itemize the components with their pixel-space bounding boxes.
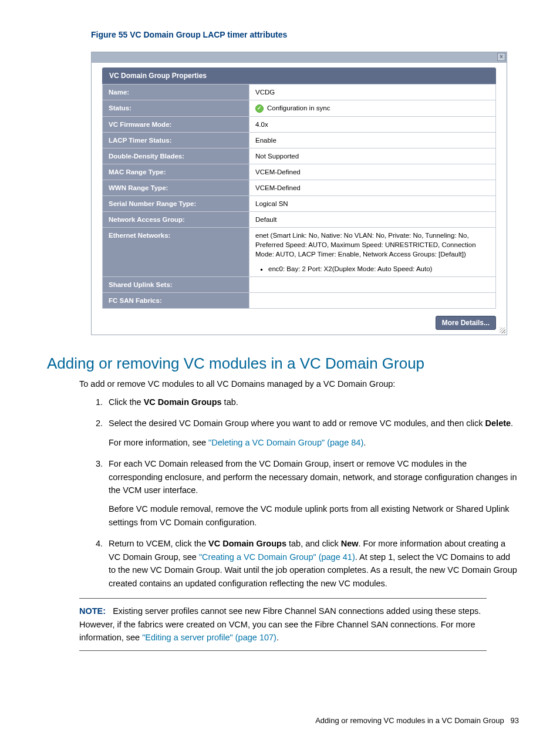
prop-key: Serial Number Range Type: xyxy=(103,196,249,212)
properties-table: Name:VCDGStatus:✓Configuration in syncVC… xyxy=(102,84,496,308)
prop-value xyxy=(249,292,496,308)
page-footer: Adding or removing VC modules in a VC Do… xyxy=(47,715,519,726)
prop-value: Enable xyxy=(249,132,496,148)
prop-key: WWN Range Type: xyxy=(103,180,249,195)
table-row: Status:✓Configuration in sync xyxy=(103,100,496,116)
prop-value: 4.0x xyxy=(249,116,496,132)
prop-value: enet (Smart Link: No, Native: No VLAN: N… xyxy=(249,228,496,276)
prop-key: MAC Range Type: xyxy=(103,164,249,180)
step-text: Return to VCEM, click the xyxy=(109,539,208,548)
link-create-vcdg[interactable]: "Creating a VC Domain Group" (page 41) xyxy=(199,552,355,562)
panel-title: VC Domain Group Properties xyxy=(102,67,496,85)
step-1: Click the VC Domain Groups tab. xyxy=(105,396,519,409)
table-row: FC SAN Fabrics: xyxy=(103,292,496,308)
step-bold: VC Domain Groups xyxy=(208,539,286,548)
check-icon: ✓ xyxy=(255,104,264,113)
figure-caption: Figure 55 VC Domain Group LACP timer att… xyxy=(91,29,519,41)
prop-key: Double-Density Blades: xyxy=(103,148,249,164)
resize-grip-icon[interactable] xyxy=(500,328,505,333)
prop-value: Default xyxy=(249,212,496,228)
step-text: Select the desired VC Domain Group where… xyxy=(109,418,485,428)
step-text: For more information, see xyxy=(109,438,208,447)
table-row: Ethernet Networks:enet (Smart Link: No, … xyxy=(103,228,496,276)
intro-text: To add or remove VC modules to all VC Do… xyxy=(79,377,519,390)
step-text: Before VC module removal, remove the VC … xyxy=(109,502,519,529)
prop-key: Name: xyxy=(103,85,249,100)
table-row: Shared Uplink Sets: xyxy=(103,276,496,292)
step-2: Select the desired VC Domain Group where… xyxy=(105,417,519,449)
prop-value: VCEM-Defined xyxy=(249,180,496,195)
step-text: For each VC Domain released from the VC … xyxy=(109,459,517,495)
step-bold: Delete xyxy=(485,418,511,428)
prop-key: Shared Uplink Sets: xyxy=(103,276,249,292)
prop-key: VC Firmware Mode: xyxy=(103,116,249,132)
table-row: Double-Density Blades:Not Supported xyxy=(103,148,496,164)
prop-key: Ethernet Networks: xyxy=(103,228,249,276)
prop-key: Network Access Group: xyxy=(103,212,249,228)
prop-key: Status: xyxy=(103,100,249,116)
table-row: Name:VCDG xyxy=(103,85,496,100)
note-block: NOTE: Existing server profiles cannot se… xyxy=(79,598,487,650)
prop-value: ✓Configuration in sync xyxy=(249,100,496,116)
step-text: . xyxy=(511,418,513,428)
prop-value: Not Supported xyxy=(249,148,496,164)
step-3: For each VC Domain released from the VC … xyxy=(105,457,519,529)
step-text: tab. xyxy=(222,397,238,407)
footer-text: Adding or removing VC modules in a VC Do… xyxy=(315,716,504,725)
step-text: . xyxy=(363,438,366,447)
prop-value xyxy=(249,276,496,292)
page-number: 93 xyxy=(511,716,519,725)
screenshot-panel: × VC Domain Group Properties Name:VCDGSt… xyxy=(91,52,507,335)
more-details-button[interactable]: More Details... xyxy=(436,316,496,330)
step-bold: VC Domain Groups xyxy=(144,397,222,407)
table-row: VC Firmware Mode:4.0x xyxy=(103,116,496,132)
prop-value: VCDG xyxy=(249,85,496,100)
step-4: Return to VCEM, click the VC Domain Grou… xyxy=(105,537,519,590)
step-text: tab, and click xyxy=(286,539,341,548)
step-text: Click the xyxy=(109,397,144,407)
close-icon[interactable]: × xyxy=(497,53,505,61)
note-label: NOTE: xyxy=(79,606,106,616)
link-delete-vcdg[interactable]: "Deleting a VC Domain Group" (page 84) xyxy=(208,438,363,447)
table-row: WWN Range Type:VCEM-Defined xyxy=(103,180,496,195)
window-titlebar: × xyxy=(92,52,507,63)
prop-key: LACP Timer Status: xyxy=(103,132,249,148)
note-text: Existing server profiles cannot see new … xyxy=(79,606,481,642)
section-heading: Adding or removing VC modules in a VC Do… xyxy=(47,353,519,374)
table-row: LACP Timer Status:Enable xyxy=(103,132,496,148)
prop-key: FC SAN Fabrics: xyxy=(103,292,249,308)
table-row: MAC Range Type:VCEM-Defined xyxy=(103,164,496,180)
prop-value: Logical SN xyxy=(249,196,496,212)
steps-list: Click the VC Domain Groups tab. Select t… xyxy=(91,396,519,590)
table-row: Serial Number Range Type:Logical SN xyxy=(103,196,496,212)
list-item: enc0: Bay: 2 Port: X2(Duplex Mode: Auto … xyxy=(268,264,490,274)
network-sublist: enc0: Bay: 2 Port: X2(Duplex Mode: Auto … xyxy=(268,264,490,274)
prop-value: VCEM-Defined xyxy=(249,164,496,180)
status-text: Configuration in sync xyxy=(267,103,330,113)
note-text: . xyxy=(276,633,279,642)
link-edit-profile[interactable]: "Editing a server profile" (page 107) xyxy=(142,633,276,642)
step-bold: New xyxy=(341,539,359,548)
table-row: Network Access Group:Default xyxy=(103,212,496,228)
